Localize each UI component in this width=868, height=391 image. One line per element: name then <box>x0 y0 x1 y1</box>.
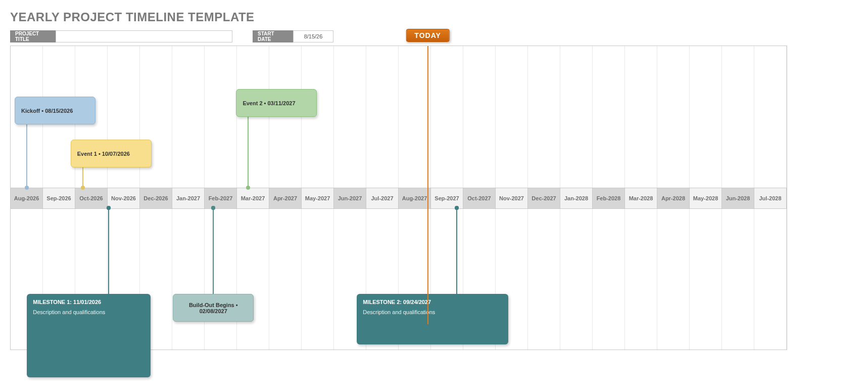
grid-column <box>237 46 269 188</box>
axis-month-label: Nov-2027 <box>496 188 528 208</box>
grid-column <box>528 208 560 350</box>
axis-month-label: Feb-2028 <box>593 188 625 208</box>
grid-column <box>463 46 496 188</box>
grid-column <box>302 208 334 350</box>
connector-line <box>213 208 214 294</box>
event-card[interactable]: Build-Out Begins • 02/08/2027 <box>173 294 254 322</box>
event-label: Kickoff • 08/15/2026 <box>15 97 95 124</box>
event-card[interactable]: Event 2 • 03/11/2027 <box>236 89 317 117</box>
axis-month-label: Jun-2028 <box>722 188 754 208</box>
milestone-card[interactable]: MILESTONE 1: 11/01/2026Description and q… <box>27 294 151 377</box>
axis-month-label: Sep-2026 <box>43 188 75 208</box>
axis-month-label: Oct-2026 <box>75 188 108 208</box>
milestone-description: Description and qualifications <box>33 309 144 315</box>
milestone-title: MILESTONE 1: 11/01/2026 <box>33 299 144 305</box>
axis-month-label: Feb-2027 <box>205 188 237 208</box>
axis-month-label: Aug-2026 <box>11 188 43 208</box>
start-date-label: START DATE <box>253 30 293 42</box>
connector-line <box>456 208 457 294</box>
axis-month-label: Jan-2027 <box>172 188 205 208</box>
grid-column <box>690 46 722 188</box>
milestone-description: Description and qualifications <box>363 309 502 315</box>
grid-column <box>722 46 754 188</box>
grid-column <box>722 208 754 350</box>
event-card[interactable]: Event 1 • 10/07/2026 <box>71 140 152 167</box>
axis-month-label: Mar-2028 <box>625 188 657 208</box>
axis-month-label: Apr-2028 <box>657 188 690 208</box>
connector-line <box>26 124 27 188</box>
connector-dot <box>246 186 250 190</box>
grid-column <box>657 46 690 188</box>
axis-month-label: Apr-2027 <box>269 188 302 208</box>
today-marker: TODAY <box>406 29 449 42</box>
grid-column <box>399 46 431 188</box>
grid-column <box>593 208 625 350</box>
event-label: Event 1 • 10/07/2026 <box>71 140 151 167</box>
connector-dot <box>25 186 29 190</box>
grid-column <box>269 208 302 350</box>
axis-month-label: May-2027 <box>302 188 334 208</box>
grid-column <box>366 46 399 188</box>
grid-column <box>560 208 593 350</box>
today-label: TODAY <box>406 29 449 42</box>
grid-column <box>237 208 269 350</box>
grid-column <box>431 46 463 188</box>
grid-column <box>334 46 366 188</box>
axis-month-label: Jan-2028 <box>560 188 593 208</box>
event-label: Build-Out Begins • 02/08/2027 <box>173 294 253 321</box>
grid-column <box>496 46 528 188</box>
project-title-label: PROJECT TITLE <box>10 30 56 42</box>
today-line <box>427 46 428 324</box>
axis-month-label: Dec-2027 <box>528 188 560 208</box>
milestone-text: MILESTONE 2: 09/24/2027Description and q… <box>357 294 508 320</box>
grid-column <box>560 46 593 188</box>
grid-column <box>625 46 657 188</box>
event-card[interactable]: Kickoff • 08/15/2026 <box>15 97 95 124</box>
timeline-chart: Aug-2026Sep-2026Oct-2026Nov-2026Dec-2026… <box>10 46 787 350</box>
axis-month-label: May-2028 <box>690 188 722 208</box>
connector-dot <box>81 186 85 190</box>
milestone-text: MILESTONE 1: 11/01/2026Description and q… <box>27 294 151 320</box>
axis-month-label: Aug-2027 <box>399 188 431 208</box>
grid-column <box>657 208 690 350</box>
grid-column <box>593 46 625 188</box>
connector-line <box>248 117 249 188</box>
axis-month-label: Jul-2027 <box>366 188 399 208</box>
grid-column <box>172 208 205 350</box>
event-label: Event 2 • 03/11/2027 <box>236 90 316 116</box>
connector-dot <box>107 206 111 210</box>
axis-month-label: Mar-2027 <box>237 188 269 208</box>
milestone-card[interactable]: MILESTONE 2: 09/24/2027Description and q… <box>357 294 508 344</box>
page-title: YEARLY PROJECT TIMELINE TEMPLATE <box>10 10 858 24</box>
grid-column <box>754 46 787 188</box>
grid-column <box>754 208 787 350</box>
connector-line <box>108 208 109 294</box>
grid-column <box>172 46 205 188</box>
axis-month-label: Jul-2028 <box>754 188 787 208</box>
milestone-title: MILESTONE 2: 09/24/2027 <box>363 299 502 305</box>
grid-column <box>690 208 722 350</box>
grid-column <box>302 46 334 188</box>
connector-line <box>82 167 83 188</box>
axis-month-label: Sep-2027 <box>431 188 463 208</box>
grid-column <box>269 46 302 188</box>
connector-dot <box>455 206 459 210</box>
grid-column <box>205 208 237 350</box>
axis-month-label: Oct-2027 <box>463 188 496 208</box>
project-title-input[interactable] <box>56 30 232 42</box>
connector-dot <box>211 206 215 210</box>
grid-column <box>205 46 237 188</box>
axis-month-label: Jun-2027 <box>334 188 366 208</box>
axis-month-label: Dec-2026 <box>140 188 172 208</box>
grid-column <box>528 46 560 188</box>
axis-month-label: Nov-2026 <box>108 188 140 208</box>
grid-column <box>625 208 657 350</box>
start-date-input[interactable]: 8/15/26 <box>293 30 333 42</box>
